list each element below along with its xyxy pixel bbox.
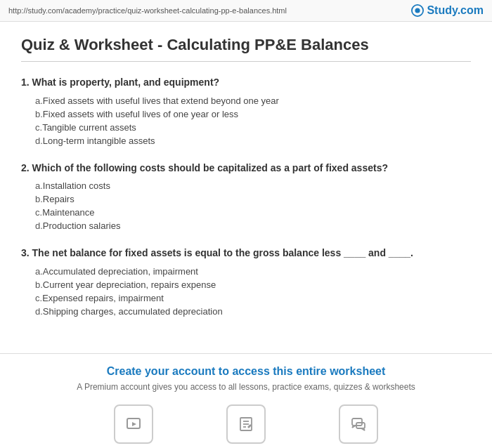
- question-1: 1. What is property, plant, and equipmen…: [21, 76, 471, 146]
- question-3-option-1: a.Accumulated depreciation, impairment: [21, 266, 471, 277]
- svg-rect-8: [352, 419, 362, 426]
- feature-icon-1: [114, 404, 153, 444]
- main-content: Quiz & Worksheet - Calculating PP&E Bala…: [0, 22, 492, 339]
- option-text: Accumulated depreciation, impairment: [43, 266, 471, 277]
- option-letter: b.: [21, 109, 43, 119]
- option-text: Expensed repairs, impairment: [42, 293, 471, 303]
- logo-text: Study.com: [427, 4, 484, 17]
- option-letter: b.: [21, 279, 43, 290]
- question-3-text: 3. The net balance for fixed assets is e…: [21, 246, 471, 261]
- question-2-text: 2. Which of the following costs should b…: [21, 162, 471, 176]
- feature-item-2: Quizzes, practice exams & worksheets: [204, 404, 288, 448]
- option-letter: c.: [21, 207, 42, 218]
- option-letter: d.: [21, 136, 43, 146]
- option-letter: b.: [21, 194, 43, 204]
- option-text: Production salaries: [43, 220, 471, 231]
- feature-item-1: Access to all video lessons: [91, 404, 176, 448]
- feature-icon-2: [226, 404, 266, 444]
- question-3-option-2: b.Current year depreciation, repairs exp…: [21, 279, 471, 290]
- cta-subtitle: A Premium account gives you access to al…: [14, 382, 478, 392]
- option-text: Current year depreciation, repairs expen…: [43, 279, 471, 290]
- option-text: Installation costs: [43, 180, 471, 191]
- cta-section: Create your account to access this entir…: [0, 353, 492, 448]
- url-bar: http://study.com/academy/practice/quiz-w…: [8, 6, 287, 15]
- option-letter: a.: [21, 180, 43, 191]
- svg-marker-3: [132, 422, 136, 426]
- top-bar: http://study.com/academy/practice/quiz-w…: [0, 0, 492, 22]
- option-text: Repairs: [43, 194, 471, 204]
- page-title: Quiz & Worksheet - Calculating PP&E Bala…: [21, 36, 471, 62]
- question-2-option-1: a.Installation costs: [21, 180, 471, 191]
- option-letter: d.: [21, 306, 43, 317]
- question-3-option-3: c.Expensed repairs, impairment: [21, 293, 471, 303]
- feature-icon-3: [339, 404, 378, 444]
- question-1-option-4: d.Long-term intangible assets: [21, 136, 471, 146]
- option-text: Long-term intangible assets: [43, 136, 471, 146]
- question-1-options: a.Fixed assets with useful lives that ex…: [21, 95, 471, 146]
- option-letter: a.: [21, 95, 43, 106]
- option-letter: d.: [21, 220, 43, 231]
- question-1-option-3: c.Tangible current assets: [21, 122, 471, 133]
- option-text: Fixed assets with useful lives of one ye…: [43, 109, 471, 119]
- question-2-option-2: b.Repairs: [21, 194, 471, 204]
- cta-title: Create your account to access this entir…: [14, 365, 478, 378]
- feature-item-3: Access to experts for homework questions: [316, 404, 401, 448]
- option-letter: c.: [21, 122, 42, 133]
- option-letter: a.: [21, 266, 43, 277]
- question-3: 3. The net balance for fixed assets is e…: [21, 246, 471, 317]
- svg-point-1: [415, 8, 420, 13]
- question-2-option-3: c.Maintenance: [21, 207, 471, 218]
- question-3-options: a.Accumulated depreciation, impairmentb.…: [21, 266, 471, 317]
- option-text: Shipping charges, accumulated depreciati…: [43, 306, 471, 317]
- features-row: Access to all video lessonsQuizzes, prac…: [14, 404, 478, 448]
- study-logo-icon: [411, 4, 424, 17]
- option-letter: c.: [21, 293, 42, 303]
- question-1-option-2: b.Fixed assets with useful lives of one …: [21, 109, 471, 119]
- option-text: Fixed assets with useful lives that exte…: [43, 95, 471, 106]
- question-2-option-4: d.Production salaries: [21, 220, 471, 231]
- question-3-option-4: d.Shipping charges, accumulated deprecia…: [21, 306, 471, 317]
- question-1-option-1: a.Fixed assets with useful lives that ex…: [21, 95, 471, 106]
- question-2: 2. Which of the following costs should b…: [21, 162, 471, 232]
- question-2-options: a.Installation costsb.Repairsc.Maintenan…: [21, 180, 471, 231]
- questions-container: 1. What is property, plant, and equipmen…: [21, 76, 471, 317]
- logo-area: Study.com: [411, 4, 484, 17]
- question-1-text: 1. What is property, plant, and equipmen…: [21, 76, 471, 90]
- option-text: Tangible current assets: [42, 122, 471, 133]
- option-text: Maintenance: [42, 207, 471, 218]
